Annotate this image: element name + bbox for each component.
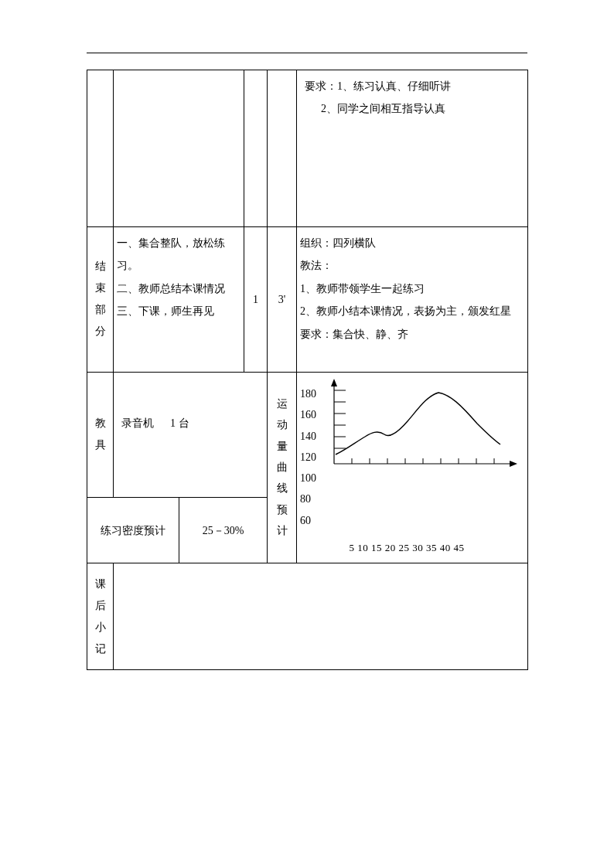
method-label: 教法： — [300, 254, 524, 277]
req-label: 要求： — [300, 328, 333, 340]
density-value: 25－30% — [203, 525, 244, 536]
activity-item: 一、集合整队，放松练习。 — [117, 232, 240, 277]
y-axis-cell: 180 160 140 120 100 80 60 — [297, 373, 323, 563]
lesson-table: 要求：1、练习认真、仔细听讲 2、同学之间相互指导认真 结束部分 一、集合整队，… — [87, 70, 528, 670]
curve-label: 运动量曲线预计 — [277, 393, 288, 541]
method-item: 1、教师带领学生一起练习 — [300, 277, 524, 300]
times-cell: 1 — [244, 227, 268, 373]
section-label-cell: 课后小记 — [87, 563, 114, 670]
section-label-cell: 结束部分 — [87, 227, 114, 373]
blank-cell — [268, 70, 297, 227]
blank-cell — [244, 70, 268, 227]
activities-cell: 一、集合整队，放松练习。 二、教师总结本课情况 三、下课，师生再见 — [114, 227, 244, 373]
org-label: 组织： — [300, 237, 333, 249]
chart-svg — [326, 379, 520, 479]
notes-cell — [114, 563, 528, 670]
activity-item: 三、下课，师生再见 — [117, 300, 240, 322]
org-method-cell: 组织：四列横队 教法： 1、教师带领学生一起练习 2、教师小结本课情况，表扬为主… — [297, 227, 528, 373]
req-item: 1、练习认真、仔细听讲 — [337, 80, 451, 92]
curve-label-cell: 运动量曲线预计 — [268, 373, 297, 563]
table-row: 结束部分 一、集合整队，放松练习。 二、教师总结本课情况 三、下课，师生再见 1… — [87, 227, 528, 373]
y-axis-labels: 180 160 140 120 100 80 60 — [300, 383, 320, 531]
equipment-qty: 1 台 — [170, 417, 189, 429]
method-item: 2、教师小结本课情况，表扬为主，颁发红星 — [300, 300, 524, 322]
density-value-cell: 25－30% — [179, 498, 268, 563]
intensity-chart — [326, 379, 535, 495]
density-label: 练习密度预计 — [101, 525, 165, 536]
notes-label: 课后小记 — [95, 574, 106, 660]
equipment-cell: 录音机 1 台 — [114, 373, 268, 498]
duration-value: 3' — [278, 294, 286, 305]
density-label-cell: 练习密度预计 — [87, 498, 179, 563]
requirements-cell: 要求：1、练习认真、仔细听讲 2、同学之间相互指导认真 — [297, 70, 528, 227]
table-row: 课后小记 — [87, 563, 528, 670]
section-label: 结束部分 — [95, 256, 106, 342]
table-row: 要求：1、练习认真、仔细听讲 2、同学之间相互指导认真 — [87, 70, 528, 227]
req-value: 集合快、静、齐 — [333, 328, 408, 340]
times-value: 1 — [253, 294, 258, 305]
req-label: 要求： — [305, 80, 337, 92]
org-value: 四列横队 — [333, 237, 376, 249]
section-label-cell: 教具 — [87, 373, 114, 498]
req-item: 2、同学之间相互指导认真 — [321, 103, 445, 114]
activity-item: 二、教师总结本课情况 — [117, 277, 240, 300]
equipment-name: 录音机 — [121, 417, 154, 429]
x-axis-labels: 5 10 15 20 25 30 35 40 45 — [326, 495, 525, 558]
lesson-plan-page: 要求：1、练习认真、仔细听讲 2、同学之间相互指导认真 结束部分 一、集合整队，… — [0, 0, 614, 868]
equipment-label: 教具 — [95, 413, 106, 456]
chart-cell: 5 10 15 20 25 30 35 40 45 — [323, 373, 528, 563]
svg-marker-1 — [331, 379, 337, 386]
svg-marker-3 — [510, 461, 517, 467]
blank-cell — [114, 70, 244, 227]
duration-cell: 3' — [268, 227, 297, 373]
blank-cell — [87, 70, 114, 227]
table-row: 教具 录音机 1 台 运动量曲线预计 180 160 140 120 100 8… — [87, 373, 528, 498]
header-rule — [87, 53, 527, 53]
